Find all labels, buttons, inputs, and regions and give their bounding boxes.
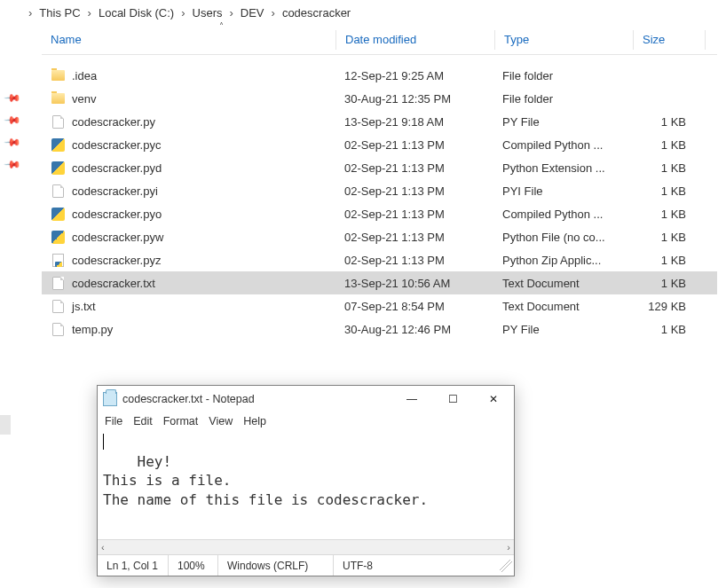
- sort-ascending-icon: ˄: [219, 21, 224, 31]
- file-row[interactable]: codescracker.pyw02-Sep-21 1:13 PMPython …: [42, 225, 717, 248]
- file-type: Python Extension ...: [493, 161, 631, 175]
- quick-access-pins: 📌 📌 📌 📌: [5, 90, 20, 171]
- file-row[interactable]: codescracker.pyz02-Sep-21 1:13 PMPython …: [42, 248, 717, 271]
- crumb[interactable]: DEV: [241, 6, 264, 20]
- file-name: codescracker.pyi: [72, 184, 158, 198]
- file-size: 1 KB: [631, 277, 702, 290]
- minimize-button[interactable]: —: [391, 386, 432, 412]
- menu-format[interactable]: Format: [163, 415, 199, 427]
- menu-view[interactable]: View: [209, 415, 233, 427]
- file-size: 1 KB: [631, 184, 702, 198]
- menu-help[interactable]: Help: [243, 415, 266, 427]
- file-name: codescracker.pyz: [72, 254, 161, 267]
- file-size: 1 KB: [631, 254, 702, 267]
- file-type: Text Document: [493, 300, 631, 313]
- file-size: 129 KB: [631, 300, 702, 313]
- file-type: Compiled Python ...: [493, 138, 631, 152]
- file-name: codescracker.txt: [72, 277, 155, 290]
- file-date: 13-Sep-21 9:18 AM: [335, 115, 493, 129]
- chevron-right-icon: ›: [88, 6, 91, 20]
- crumb[interactable]: codescracker: [282, 6, 351, 20]
- file-date: 02-Sep-21 1:13 PM: [335, 184, 493, 198]
- text-area[interactable]: Hey! This is a file. The name of this fi…: [98, 432, 514, 539]
- file-type: File folder: [493, 92, 631, 106]
- crumb[interactable]: This PC: [39, 6, 80, 20]
- status-bar: Ln 1, Col 1 100% Windows (CRLF) UTF-8: [98, 554, 514, 576]
- file-row[interactable]: temp.py30-Aug-21 12:46 PMPY File1 KB: [42, 318, 717, 341]
- file-type: PY File: [493, 323, 631, 336]
- status-eol: Windows (CRLF): [218, 555, 334, 576]
- column-header-size[interactable]: Size: [634, 33, 705, 46]
- text-content: Hey! This is a file. The name of this fi…: [103, 453, 428, 508]
- file-type: Python File (no co...: [493, 231, 631, 244]
- file-name: venv: [72, 92, 96, 106]
- file-row[interactable]: venv30-Aug-21 12:35 PMFile folder: [42, 87, 717, 110]
- chevron-right-icon: ›: [272, 6, 275, 20]
- column-header-date[interactable]: Date modified: [336, 33, 494, 46]
- pin-icon[interactable]: 📌: [3, 132, 23, 153]
- scroll-left-icon[interactable]: ‹: [101, 542, 105, 553]
- file-row[interactable]: codescracker.txt13-Sep-21 10:56 AMText D…: [42, 271, 717, 294]
- file-row[interactable]: codescracker.pyo02-Sep-21 1:13 PMCompile…: [42, 202, 717, 225]
- chevron-right-icon: ›: [181, 6, 185, 20]
- pin-icon[interactable]: 📌: [3, 110, 23, 130]
- file-name: codescracker.pyo: [72, 208, 162, 221]
- titlebar[interactable]: codescracker.txt - Notepad — ☐ ✕: [98, 386, 514, 412]
- file-row[interactable]: codescracker.pyc02-Sep-21 1:13 PMCompile…: [42, 133, 717, 156]
- close-button[interactable]: ✕: [473, 386, 514, 412]
- file-date: 13-Sep-21 10:56 AM: [335, 277, 493, 290]
- file-type: Python Zip Applic...: [493, 254, 631, 267]
- horizontal-scrollbar[interactable]: ‹ ›: [98, 539, 514, 554]
- column-headers: Name ˄ Date modified Type Size: [42, 25, 717, 55]
- menu-file[interactable]: File: [105, 415, 122, 427]
- notepad-icon: [103, 392, 117, 406]
- python-archive-icon: [51, 253, 65, 267]
- file-name: codescracker.py: [72, 115, 155, 129]
- file-icon: [51, 299, 65, 313]
- file-row[interactable]: js.txt07-Sep-21 8:54 PMText Document129 …: [42, 294, 717, 318]
- file-date: 02-Sep-21 1:13 PM: [335, 161, 493, 175]
- file-date: 12-Sep-21 9:25 AM: [335, 69, 493, 82]
- file-list: .idea12-Sep-21 9:25 AMFile foldervenv30-…: [42, 64, 717, 341]
- chevron-right-icon: ›: [229, 6, 233, 20]
- file-row[interactable]: codescracker.pyd02-Sep-21 1:13 PMPython …: [42, 156, 717, 179]
- file-icon: [51, 184, 65, 198]
- menu-edit[interactable]: Edit: [133, 415, 153, 427]
- crumb[interactable]: Local Disk (C:): [99, 6, 174, 20]
- folder-icon: [51, 91, 65, 106]
- pin-icon[interactable]: 📌: [3, 88, 23, 108]
- python-icon: [51, 137, 65, 152]
- scroll-right-icon[interactable]: ›: [507, 542, 510, 553]
- file-type: Text Document: [493, 277, 631, 290]
- notepad-window[interactable]: codescracker.txt - Notepad — ☐ ✕ File Ed…: [97, 385, 515, 576]
- python-icon: [51, 230, 65, 244]
- breadcrumb: › This PC › Local Disk (C:) › Users › DE…: [0, 0, 726, 25]
- file-row[interactable]: codescracker.pyi02-Sep-21 1:13 PMPYI Fil…: [42, 179, 717, 202]
- python-icon: [51, 161, 65, 175]
- file-date: 07-Sep-21 8:54 PM: [335, 300, 493, 313]
- file-size: 1 KB: [631, 231, 702, 244]
- crumb[interactable]: Users: [193, 6, 223, 20]
- folder-icon: [51, 68, 65, 82]
- file-name: codescracker.pyc: [72, 138, 161, 152]
- maximize-button[interactable]: ☐: [432, 386, 473, 412]
- text-caret: [103, 434, 104, 450]
- file-icon: [51, 276, 65, 290]
- file-row[interactable]: .idea12-Sep-21 9:25 AMFile folder: [42, 64, 717, 87]
- file-date: 30-Aug-21 12:46 PM: [335, 323, 493, 336]
- resize-grip-icon[interactable]: [500, 560, 512, 572]
- chevron-right-icon: ›: [28, 6, 32, 20]
- column-header-name[interactable]: Name ˄: [42, 33, 335, 46]
- python-icon: [51, 207, 65, 221]
- file-date: 30-Aug-21 12:35 PM: [335, 92, 493, 106]
- column-divider[interactable]: [705, 30, 706, 50]
- file-row[interactable]: codescracker.py13-Sep-21 9:18 AMPY File1…: [42, 110, 717, 133]
- status-zoom: 100%: [169, 555, 218, 576]
- file-type: Compiled Python ...: [493, 208, 631, 221]
- file-type: File folder: [493, 69, 631, 82]
- pin-icon[interactable]: 📌: [3, 154, 23, 175]
- file-date: 02-Sep-21 1:13 PM: [335, 231, 493, 244]
- file-name: .idea: [72, 69, 97, 82]
- file-name: js.txt: [72, 300, 96, 313]
- column-header-type[interactable]: Type: [495, 33, 633, 46]
